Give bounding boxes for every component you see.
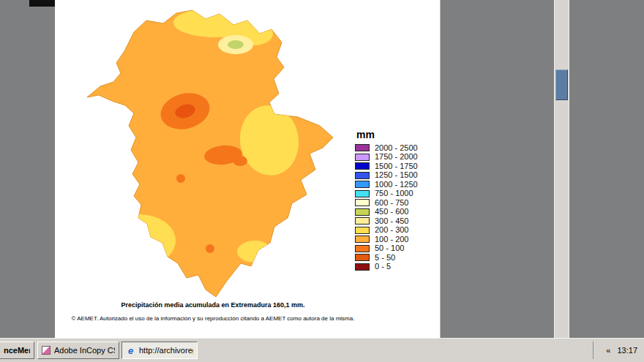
legend-row: 2000 - 2500 <box>355 143 418 153</box>
legend-row: 1750 - 2000 <box>355 153 418 162</box>
legend-label: 450 - 600 <box>375 208 408 216</box>
legend-label: 5 - 50 <box>375 254 395 262</box>
desktop: { "window": { "page_bg": "#ffffff", "des… <box>0 0 644 362</box>
taskbar-button-label: nceMens... <box>4 346 30 355</box>
map-legend: 2000 - 2500 1750 - 2000 1500 - 1750 1250… <box>355 143 418 271</box>
band-orange-dot-4 <box>206 244 214 253</box>
band-orange-dot-5 <box>281 86 293 98</box>
legend-label: 50 - 100 <box>375 244 404 252</box>
map-caption: Precipitación media acumulada en Extrema… <box>55 301 371 309</box>
map-caption-block: Precipitación media acumulada en Extrema… <box>55 301 371 322</box>
incopy-icon <box>42 346 50 355</box>
legend-swatch <box>355 208 370 216</box>
legend-swatch <box>355 172 370 179</box>
legend-label: 1750 - 2000 <box>375 153 418 161</box>
legend-swatch <box>355 144 370 151</box>
legend-row: 600 - 750 <box>355 198 418 208</box>
legend-swatch <box>355 235 370 243</box>
legend-row: 1500 - 1750 <box>355 162 418 171</box>
legend-label: 600 - 750 <box>375 199 408 207</box>
legend-swatch <box>355 162 370 170</box>
band-orange-dot-1 <box>176 174 185 183</box>
taskbar: nceMens... Adobe InCopy CS2 - [Ex... e h… <box>0 338 644 362</box>
internet-explorer-icon: e <box>126 346 135 355</box>
taskbar-button-incopy[interactable]: Adobe InCopy CS2 - [Ex... <box>37 342 119 359</box>
taskbar-button-browser[interactable]: e http://archivoreg.grupoz... <box>121 342 198 359</box>
taskbar-clock[interactable]: 13:17 <box>617 346 637 355</box>
legend-label: 300 - 450 <box>375 217 408 225</box>
legend-swatch <box>355 190 370 197</box>
band-green-north <box>228 40 244 49</box>
legend-row: 1250 - 1500 <box>355 171 418 181</box>
tray-chevron-button[interactable]: « <box>606 346 610 355</box>
band-yellow-southwest <box>102 214 176 267</box>
legend-row: 50 - 100 <box>355 244 418 254</box>
legend-row: 750 - 1000 <box>355 189 418 199</box>
legend-swatch <box>355 154 370 161</box>
legend-label: 200 - 300 <box>375 226 408 234</box>
legend-swatch <box>355 227 370 234</box>
taskbar-button-truncated[interactable]: nceMens... <box>0 342 34 359</box>
taskbar-button-label: http://archivoreg.grupoz... <box>139 346 193 355</box>
legend-row: 1000 - 1250 <box>355 180 418 189</box>
band-yellow-south <box>237 241 272 263</box>
legend-label: 2000 - 2500 <box>375 144 418 152</box>
band-orange-dot-3 <box>145 252 155 262</box>
legend-row: 300 - 450 <box>355 216 418 226</box>
legend-title: mm <box>356 129 375 140</box>
legend-row: 5 - 50 <box>355 253 418 263</box>
legend-swatch <box>355 245 370 252</box>
legend-label: 1500 - 1750 <box>375 162 418 170</box>
scrollbar-thumb[interactable] <box>555 69 568 100</box>
legend-row: 100 - 200 <box>355 235 418 244</box>
legend-label: 1000 - 1250 <box>375 181 418 189</box>
legend-row: 200 - 300 <box>355 226 418 235</box>
legend-swatch <box>355 254 370 261</box>
legend-row: 0 - 5 <box>355 263 418 272</box>
document-page: mm 2000 - 2500 1750 - 2000 1500 - 1750 1… <box>55 0 441 338</box>
legend-label: 100 - 200 <box>375 235 408 244</box>
system-tray: « 13:17 <box>593 342 644 359</box>
taskbar-button-label: Adobe InCopy CS2 - [Ex... <box>54 346 115 355</box>
legend-row: 450 - 600 <box>355 208 418 217</box>
legend-label: 750 - 1000 <box>375 189 413 197</box>
legend-swatch <box>355 263 370 271</box>
map-credit: © AEMET. Autorizado el uso de la informa… <box>55 315 371 322</box>
extremadura-precipitation-map <box>70 3 362 303</box>
vertical-scrollbar[interactable] <box>554 0 569 338</box>
band-orange-center-tail <box>233 156 247 166</box>
legend-label: 1250 - 1500 <box>375 171 418 179</box>
map-svg <box>70 3 362 303</box>
legend-swatch <box>355 199 370 206</box>
legend-label: 0 - 5 <box>375 263 391 271</box>
band-orange-dot-2 <box>130 184 137 192</box>
legend-swatch <box>355 217 370 225</box>
legend-swatch <box>355 181 370 188</box>
